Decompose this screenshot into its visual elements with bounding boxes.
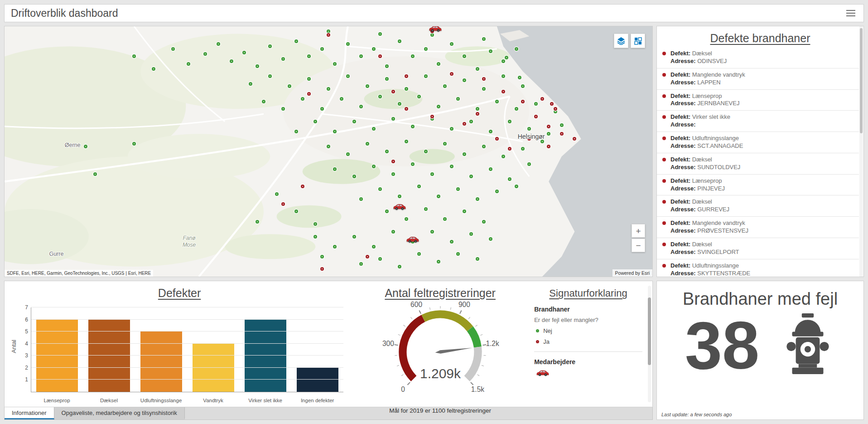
- defect-text: Defekt: Virker slet ikkeAdresse:: [670, 113, 730, 129]
- svg-text:900: 900: [458, 301, 470, 308]
- defect-line: Defekt: Manglende vandtryk: [670, 71, 745, 79]
- gridline: [31, 379, 343, 380]
- field-label: Adresse:: [670, 185, 697, 192]
- field-label: Defekt:: [670, 198, 692, 205]
- field-value: Manglende vandtryk: [692, 71, 745, 78]
- defect-text: Defekt: Manglende vandtrykAdresse: PRØVE…: [670, 219, 748, 235]
- defect-hydrant-icon: [662, 136, 666, 140]
- page-title: Driftoverblik dashboard: [11, 7, 118, 19]
- hamburger-icon: [846, 10, 855, 17]
- defect-text: Defekt: Manglende vandtrykAdresse: LAPPE…: [670, 71, 745, 87]
- defect-list-item[interactable]: Defekt: Manglende vandtrykAdresse: LAPPE…: [657, 68, 859, 90]
- gridline: [31, 307, 343, 307]
- defect-list-item[interactable]: Defekt: DækselAdresse: SVINGELPORT: [657, 238, 859, 259]
- zoom-out-button[interactable]: −: [632, 239, 645, 252]
- defect-list-title: Defekte brandhaner: [657, 32, 863, 45]
- defect-hydrant-icon: [662, 221, 666, 225]
- defect-list-scrollbar[interactable]: [859, 26, 863, 277]
- defect-hydrant-icon: [662, 115, 666, 119]
- defect-list-item[interactable]: Defekt: Manglende vandtrykAdresse: PRØVE…: [657, 217, 859, 238]
- field-label: Defekt:: [670, 241, 692, 248]
- field-value: PINJEVEJ: [697, 185, 725, 192]
- defect-text: Defekt: UdluftningsslangeAdresse: SCT.AN…: [670, 135, 743, 150]
- defect-line: Adresse: SUNDTOLDVEJ: [670, 164, 740, 171]
- defect-line: Adresse: ODINSVEJ: [670, 58, 727, 65]
- legend-heading-brandhaner: Brandhaner: [534, 306, 642, 313]
- field-value: Lænseprop: [692, 177, 722, 184]
- defect-hydrant-icon: [662, 179, 666, 183]
- defect-text: Defekt: DækselAdresse: GURREVEJ: [670, 198, 729, 214]
- defect-list-item[interactable]: Defekt: DækselAdresse: ODINSVEJ: [657, 47, 859, 68]
- defect-list-item[interactable]: Defekt: LænsepropAdresse: JERNBANEVEJ: [657, 90, 859, 111]
- field-label: Defekt:: [670, 50, 692, 57]
- map-label-fanø-mose: Fanø Mose: [179, 235, 200, 249]
- field-label: Defekt:: [670, 156, 692, 163]
- defect-line: Defekt: Dæksel: [670, 50, 727, 58]
- defect-marker-icon: [536, 340, 539, 343]
- field-value: ODINSVEJ: [697, 58, 727, 64]
- legend-subheading: Er der fejl eller mangler?: [534, 317, 642, 323]
- field-label: Adresse:: [670, 142, 697, 149]
- defect-list-item[interactable]: Defekt: DækselAdresse: SUNDTOLDVEJ: [657, 153, 859, 175]
- x-category-label: Dæksel: [83, 398, 135, 403]
- svg-text:0: 0: [401, 385, 405, 393]
- field-value: Virker slet ikke: [692, 113, 730, 120]
- defect-hydrant-icon: [662, 243, 666, 246]
- field-value: Udluftningsslange: [692, 135, 739, 141]
- field-value: JERNBANEVEJ: [697, 100, 739, 107]
- y-tick-label: 1: [17, 376, 28, 383]
- field-value: Dæksel: [692, 156, 712, 163]
- defect-list-item[interactable]: Defekt: UdluftningsslangeAdresse: SCT.AN…: [657, 132, 859, 153]
- tab-opgaveliste-medarbejdere-og-tilsynshistorik[interactable]: Opgaveliste, medarbejdere og tilsynshist…: [54, 407, 185, 419]
- x-category-label: Virker slet ikke: [239, 398, 291, 403]
- dashboard-page: Driftoverblik dashboard: [0, 0, 868, 424]
- field-value: Dæksel: [692, 198, 712, 205]
- scrollbar-thumb[interactable]: [648, 297, 651, 365]
- bottom-row: Defekter Antal 1234567 LænsepropDækselUd…: [4, 281, 864, 420]
- defect-list-item[interactable]: Defekt: UdluftningsslangeAdresse: SKYTTE…: [657, 259, 859, 277]
- gauge-title: Antal feltregistreringer: [385, 287, 496, 300]
- defect-line: Adresse: SCT.ANNAGADE: [670, 142, 743, 150]
- menu-button[interactable]: [844, 6, 857, 20]
- bar-udluftningsslange[interactable]: [140, 331, 182, 392]
- layers-button[interactable]: [614, 34, 628, 48]
- svg-text:300: 300: [382, 340, 394, 347]
- ok-marker-icon: [536, 329, 539, 332]
- defect-line: Adresse:: [670, 121, 730, 129]
- bar-vandtryk[interactable]: [193, 344, 234, 392]
- defect-text: Defekt: DækselAdresse: SUNDTOLDVEJ: [670, 156, 740, 171]
- defect-line: Defekt: Manglende vandtryk: [670, 219, 748, 227]
- field-label: Defekt:: [670, 93, 692, 99]
- field-value: GURREVEJ: [697, 206, 729, 213]
- defect-list-item[interactable]: Defekt: LænsepropAdresse: PINJEVEJ: [657, 175, 859, 196]
- svg-text:600: 600: [410, 301, 422, 308]
- legend-scrollbar[interactable]: [648, 286, 651, 402]
- basemap-button[interactable]: [631, 34, 645, 48]
- map-label-øerne: Øerne: [65, 142, 81, 148]
- gridline: [31, 367, 343, 368]
- legend-heading-medarbejdere: Medarbejdere: [534, 358, 642, 366]
- top-row: HelsingørØerneGurreFanø Mose: [4, 26, 864, 277]
- defect-line: Adresse: PRØVESTENSVEJ: [670, 227, 748, 235]
- field-label: Adresse:: [670, 249, 697, 255]
- defect-line: Adresse: JERNBANEVEJ: [670, 100, 739, 107]
- svg-text:1.209k: 1.209k: [420, 366, 461, 381]
- zoom-in-button[interactable]: +: [632, 224, 645, 238]
- x-category-label: Lænseprop: [31, 398, 83, 403]
- gauge-chart: 03006009001.2k1.5k1.209k: [372, 301, 508, 405]
- defects-chart-section: Defekter Antal 1234567 LænsepropDækselUd…: [5, 281, 354, 407]
- gridline: [31, 331, 343, 331]
- defect-line: Defekt: Dæksel: [670, 241, 739, 249]
- kpi-value: 38: [685, 314, 760, 378]
- gridline: [31, 319, 343, 320]
- scrollbar-thumb[interactable]: [860, 28, 863, 133]
- defect-list-item[interactable]: Defekt: DækselAdresse: GURREVEJ: [657, 195, 859, 217]
- tab-informationer[interactable]: Informationer: [5, 407, 54, 419]
- legend-divider: [534, 351, 642, 352]
- defect-text: Defekt: UdluftningsslangeAdresse: SKYTTE…: [670, 262, 750, 277]
- defect-list-item[interactable]: Defekt: Virker slet ikkeAdresse:: [657, 111, 859, 132]
- field-label: Defekt:: [670, 219, 692, 226]
- map-widget[interactable]: HelsingørØerneGurreFanø Mose: [4, 26, 653, 277]
- map-label-gurre: Gurre: [49, 251, 63, 257]
- legend-title: Signaturforklaring: [534, 288, 642, 299]
